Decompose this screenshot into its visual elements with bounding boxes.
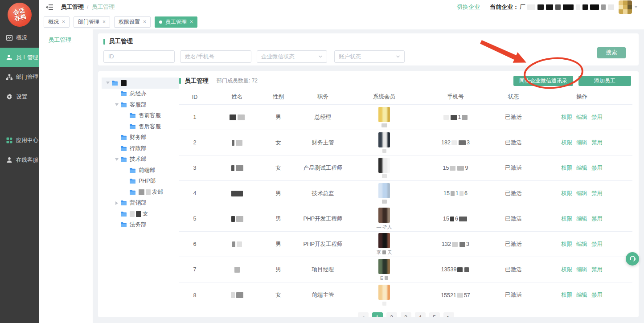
- disable-link[interactable]: 禁用: [591, 215, 603, 223]
- close-icon[interactable]: ×: [143, 19, 146, 25]
- tab-dept[interactable]: 部门管理×: [74, 16, 110, 28]
- expand-arrow-icon[interactable]: [105, 82, 111, 84]
- search-button[interactable]: 搜索: [597, 47, 626, 58]
- permission-link[interactable]: 权限: [561, 215, 572, 223]
- column-header: 职务: [293, 93, 353, 101]
- pagination-prev-button[interactable]: <: [358, 312, 369, 317]
- sidebar-item-dept[interactable]: 部门管理: [0, 67, 39, 87]
- menu-fold-icon[interactable]: [45, 4, 53, 10]
- disable-link[interactable]: 禁用: [591, 139, 603, 147]
- redacted-block: [452, 242, 458, 247]
- redacted-block: [457, 267, 463, 272]
- edit-link[interactable]: 编辑: [576, 190, 587, 197]
- permission-link[interactable]: 权限: [561, 266, 572, 274]
- redacted-block: [130, 211, 135, 217]
- pagination-page-3[interactable]: 3: [401, 312, 411, 317]
- tree-node-法务部[interactable]: 法务部: [102, 220, 179, 231]
- expand-arrow-icon[interactable]: [114, 103, 119, 106]
- folder-icon: [120, 135, 127, 140]
- account-status-select[interactable]: 账户状态: [334, 50, 405, 63]
- cell-system-member: [353, 107, 415, 128]
- tab-permission[interactable]: 权限设置×: [114, 16, 151, 28]
- tab-staff[interactable]: 员工管理×: [155, 16, 197, 28]
- edit-link[interactable]: 编辑: [576, 241, 587, 248]
- permission-link[interactable]: 权限: [561, 164, 572, 172]
- sidebar-item-service[interactable]: 在线客服: [0, 150, 39, 170]
- sidebar-item-apps[interactable]: 应用中心: [0, 131, 39, 150]
- collapse-arrow-icon[interactable]: [114, 201, 119, 205]
- redacted-block: [450, 217, 454, 221]
- disable-link[interactable]: 禁用: [591, 114, 603, 121]
- tree-node-总经办[interactable]: 总经办: [102, 89, 179, 100]
- cell-phone: 1323: [415, 241, 496, 247]
- disable-link[interactable]: 禁用: [591, 164, 603, 172]
- expand-arrow-icon[interactable]: [114, 158, 119, 161]
- tree-node-营销部[interactable]: 营销部: [102, 198, 179, 209]
- tree-node-售前客服[interactable]: 售前客服: [102, 110, 179, 122]
- wechat-status-select[interactable]: 企业微信状态: [257, 50, 327, 63]
- tree-node-技术部[interactable]: 技术部: [102, 154, 179, 165]
- tree-node-发部[interactable]: 发部: [102, 187, 179, 198]
- column-header: 操作: [531, 93, 632, 101]
- permission-link[interactable]: 权限: [561, 241, 572, 248]
- redacted-block: [232, 241, 235, 247]
- partial-text: 9: [465, 165, 468, 171]
- sidebar-item-overview[interactable]: 概况: [0, 28, 39, 48]
- permission-link[interactable]: 权限: [561, 190, 572, 197]
- tree-node-支[interactable]: 支: [102, 209, 179, 220]
- pagination-page-1[interactable]: 1: [372, 312, 383, 317]
- folder-icon: [111, 80, 118, 86]
- tree-node-前端部[interactable]: 前端部: [102, 165, 179, 176]
- edit-link[interactable]: 编辑: [576, 291, 587, 299]
- close-icon[interactable]: ×: [190, 19, 193, 25]
- customer-service-button[interactable]: [626, 252, 639, 266]
- sidebar: 会话存档 概况员工管理部门管理设置应用中心在线客服: [0, 0, 39, 323]
- app-logo: 会话存档: [8, 3, 32, 27]
- sidebar-item-settings[interactable]: 设置: [0, 87, 39, 106]
- member-count: 部门成员数量: 72: [217, 77, 258, 85]
- cell-job-title: PHP开发工程师: [293, 215, 353, 223]
- sidebar-item-staff[interactable]: 员工管理: [0, 48, 39, 67]
- name-phone-input[interactable]: [180, 50, 251, 63]
- close-icon[interactable]: ×: [103, 19, 106, 25]
- redacted-block: [238, 114, 245, 120]
- switch-company-link[interactable]: 切换企业: [457, 3, 480, 11]
- subnav-item-staff[interactable]: 员工管理: [39, 29, 93, 44]
- pagination-page-2[interactable]: 2: [386, 312, 397, 317]
- redacted-block: [231, 292, 235, 298]
- pagination-next-button[interactable]: >: [443, 312, 454, 317]
- disable-link[interactable]: 禁用: [591, 266, 603, 274]
- tab-label: 权限设置: [119, 18, 140, 26]
- id-input[interactable]: [103, 50, 175, 63]
- edit-link[interactable]: 编辑: [576, 164, 587, 172]
- tab-overview[interactable]: 概况×: [44, 16, 70, 28]
- disable-link[interactable]: 禁用: [591, 190, 603, 197]
- disable-link[interactable]: 禁用: [591, 291, 603, 299]
- disable-link[interactable]: 禁用: [591, 241, 603, 248]
- user-menu-caret-icon[interactable]: [634, 6, 638, 8]
- permission-link[interactable]: 权限: [561, 139, 572, 147]
- edit-link[interactable]: 编辑: [576, 266, 587, 274]
- tree-node-行政部[interactable]: 行政部: [102, 143, 179, 154]
- user-avatar[interactable]: [619, 0, 632, 14]
- sync-wechat-contacts-button[interactable]: 同步企业微信通讯录: [513, 76, 573, 86]
- add-employee-button[interactable]: 添加员工: [578, 76, 631, 86]
- edit-link[interactable]: 编辑: [576, 215, 587, 223]
- permission-link[interactable]: 权限: [561, 291, 572, 299]
- tree-node-PHP部[interactable]: PHP部: [102, 176, 179, 187]
- edit-link[interactable]: 编辑: [576, 139, 587, 147]
- tree-node[interactable]: [102, 78, 179, 89]
- edit-link[interactable]: 编辑: [576, 114, 587, 121]
- breadcrumb-level-1[interactable]: 员工管理: [61, 3, 84, 11]
- pagination-page-5[interactable]: 5: [429, 312, 440, 317]
- tree-node-财务部[interactable]: 财务部: [102, 132, 179, 143]
- permission-link[interactable]: 权限: [561, 114, 572, 121]
- close-icon[interactable]: ×: [62, 19, 65, 25]
- chevron-down-icon: [396, 54, 400, 59]
- table-row: 2女财务主管1823已激活权限编辑禁用: [179, 130, 632, 155]
- tree-node-客服部[interactable]: 客服部: [102, 99, 179, 110]
- tree-node-售后客服[interactable]: 售后客服: [102, 121, 179, 132]
- redacted-block: [451, 140, 457, 145]
- pagination-page-4[interactable]: 4: [415, 312, 426, 317]
- cell-actions: 权限编辑禁用: [531, 241, 632, 248]
